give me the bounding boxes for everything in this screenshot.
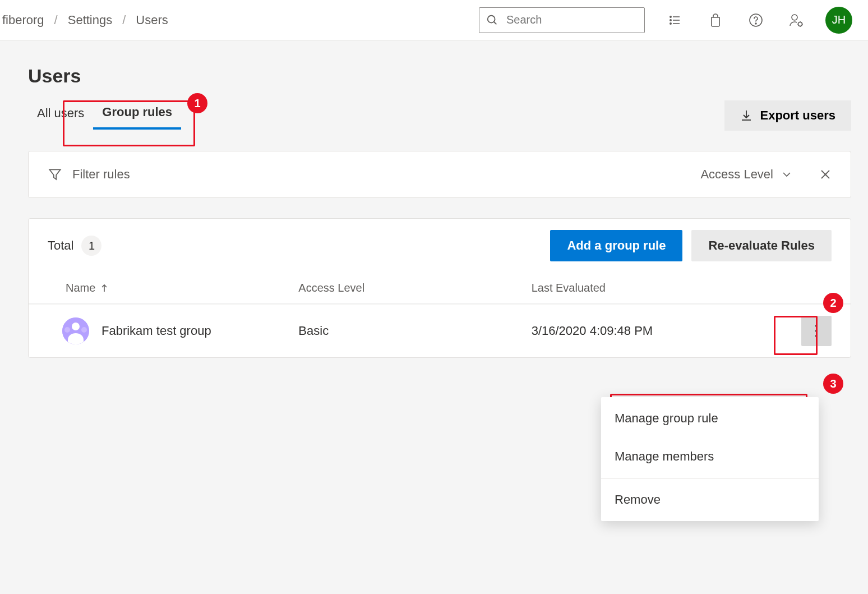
filter-column-label: Access Level (700, 167, 773, 182)
top-bar: fiberorg / Settings / Users JH (0, 0, 868, 40)
shopping-bag-icon[interactable] (708, 12, 723, 28)
svg-line-1 (494, 21, 497, 24)
page-content: Users All users Group rules Export users… (0, 40, 868, 594)
svg-point-23 (815, 330, 818, 332)
search-icon (486, 14, 498, 26)
annotation-dot-3: 3 (823, 374, 843, 394)
more-vertical-icon (814, 324, 819, 338)
list-icon[interactable] (667, 12, 683, 28)
avatar[interactable]: JH (825, 7, 852, 34)
breadcrumb-sep: / (54, 13, 58, 27)
search-input[interactable] (505, 13, 649, 27)
table-row[interactable]: Fabrikam test group Basic 3/16/2020 4:09… (29, 304, 851, 357)
filter-placeholder[interactable]: Filter rules (72, 167, 130, 182)
page-title: Users (28, 65, 851, 87)
svg-marker-14 (49, 169, 61, 179)
user-settings-icon[interactable] (788, 12, 804, 28)
header-icons (667, 12, 804, 28)
download-icon (740, 109, 752, 122)
row-more-button[interactable] (801, 316, 832, 346)
svg-point-2 (670, 16, 671, 17)
svg-point-24 (815, 335, 818, 337)
breadcrumb-sep: / (122, 13, 126, 27)
svg-point-10 (792, 15, 797, 20)
chevron-down-icon (781, 169, 792, 180)
column-last-evaluated[interactable]: Last Evaluated (532, 282, 764, 294)
column-name[interactable]: Name (66, 282, 298, 294)
filter-bar: Filter rules Access Level (28, 151, 851, 198)
menu-divider (601, 478, 819, 478)
svg-point-20 (64, 327, 70, 333)
column-name-label: Name (66, 282, 95, 294)
filter-column-dropdown[interactable]: Access Level (700, 167, 792, 182)
svg-point-19 (72, 323, 80, 330)
breadcrumb: fiberorg / Settings / Users (2, 13, 168, 27)
svg-point-0 (488, 15, 495, 22)
export-users-label: Export users (760, 108, 836, 123)
svg-point-21 (81, 327, 87, 333)
sort-asc-icon (100, 284, 109, 293)
add-group-rule-button[interactable]: Add a group rule (550, 230, 682, 261)
row-access: Basic (298, 324, 531, 338)
table-header: Name Access Level Last Evaluated (29, 273, 851, 304)
clear-filter-icon[interactable] (819, 168, 832, 181)
row-evaluated: 3/16/2020 4:09:48 PM (532, 324, 764, 338)
export-users-button[interactable]: Export users (724, 100, 852, 131)
group-icon (62, 317, 89, 344)
menu-remove[interactable]: Remove (601, 481, 819, 519)
breadcrumb-item-org[interactable]: fiberorg (2, 13, 44, 27)
total-count-badge: 1 (81, 236, 101, 256)
row-name: Fabrikam test group (101, 324, 211, 338)
filter-icon (48, 167, 62, 182)
menu-manage-group-rule[interactable]: Manage group rule (601, 399, 819, 438)
search-box[interactable] (479, 7, 645, 33)
breadcrumb-item-users[interactable]: Users (136, 13, 168, 27)
rules-panel: Total 1 Add a group rule Re-evaluate Rul… (28, 218, 851, 358)
panel-header: Total 1 Add a group rule Re-evaluate Rul… (29, 219, 851, 273)
help-icon[interactable] (748, 12, 764, 28)
menu-manage-members[interactable]: Manage members (601, 438, 819, 476)
tab-row: All users Group rules Export users (28, 100, 851, 131)
svg-point-4 (670, 19, 671, 20)
tab-all-users[interactable]: All users (28, 103, 93, 128)
tab-group-rules[interactable]: Group rules (93, 102, 181, 130)
column-access-level[interactable]: Access Level (298, 282, 531, 294)
reevaluate-rules-button[interactable]: Re-evaluate Rules (691, 230, 832, 261)
row-context-menu: Manage group rule Manage members Remove (601, 397, 819, 521)
svg-point-22 (815, 325, 818, 327)
svg-point-9 (755, 23, 756, 24)
breadcrumb-item-settings[interactable]: Settings (68, 13, 113, 27)
total-label: Total (48, 238, 73, 253)
svg-point-6 (670, 22, 671, 24)
